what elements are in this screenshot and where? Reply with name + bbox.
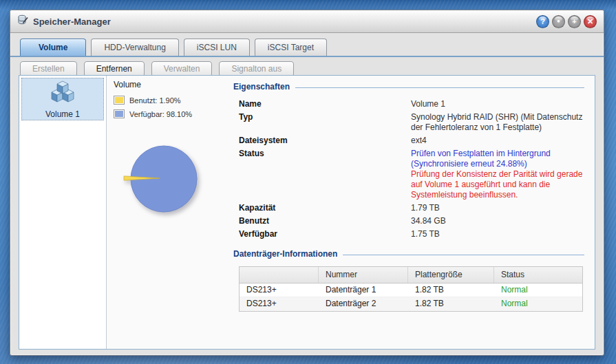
property-row-typ: Typ Synology Hybrid RAID (SHR) (Mit Date… — [239, 112, 586, 133]
maximize-button[interactable]: + — [568, 15, 581, 28]
status-info-text: Prüfen von Festplatten im Hintergrund (S… — [411, 149, 584, 169]
section-title-datentraeger: Datenträger-Informationen — [233, 249, 337, 259]
disk-table-header: Nummer Plattengröße Status — [240, 267, 582, 283]
legend-swatch-used — [114, 96, 125, 105]
status-badge: Normal — [494, 283, 582, 297]
volume-detail-panel: Volume Benutzt: 1.90% Verfügbar: 98.10% — [107, 76, 595, 349]
legend-item-available: Verfügbar: 98.10% — [114, 109, 192, 118]
volume-usage-pie-chart — [114, 139, 213, 225]
property-row-status: Status Prüfen von Festplatten im Hinterg… — [239, 149, 586, 200]
properties-list: Name Volume 1 Typ Synology Hybrid RAID (… — [233, 99, 586, 239]
close-button[interactable]: ✕ — [584, 15, 597, 28]
help-button[interactable]: ? — [536, 15, 549, 28]
table-row[interactable]: DS213+ Datenträger 2 1.82 TB Normal — [240, 297, 582, 311]
desktop: Speicher-Manager ? ● + ✕ Volume HDD-Verw… — [0, 0, 616, 364]
property-row-dateisystem: Dateisystem ext4 — [239, 136, 586, 146]
sidebar-item-volume1[interactable]: Volume 1 — [21, 78, 104, 120]
storage-manager-app-icon — [17, 14, 28, 28]
legend-swatch-available — [114, 109, 125, 118]
legend-item-used: Benutzt: 1.90% — [114, 96, 181, 105]
property-row-name: Name Volume 1 — [239, 99, 586, 109]
window-controls: ? ● + ✕ — [536, 15, 597, 28]
titlebar[interactable]: Speicher-Manager ? ● + ✕ — [10, 10, 604, 33]
property-row-benutzt: Benutzt 34.84 GB — [239, 216, 586, 226]
volume-cubes-icon — [47, 80, 78, 107]
property-row-kapazitaet: Kapazität 1.79 TB — [239, 203, 586, 213]
sidebar-item-label: Volume 1 — [45, 109, 80, 119]
window-title: Speicher-Manager — [33, 17, 111, 27]
property-row-verfuegbar: Verfügbar 1.75 TB — [239, 229, 586, 239]
section-eigenschaften: Eigenschaften — [233, 81, 586, 92]
section-datentraeger-informationen: Datenträger-Informationen — [233, 248, 586, 259]
section-rule — [295, 87, 584, 88]
content-area: Volume 1 Volume Benutzt: 1.90% Verfügbar… — [19, 75, 595, 350]
section-title-eigenschaften: Eigenschaften — [233, 82, 290, 92]
col-header-plattengroesse: Plattengröße — [408, 267, 494, 283]
disk-table: Nummer Plattengröße Status DS213+ Datent… — [239, 266, 583, 312]
col-header-model — [240, 267, 319, 283]
status-warning-text: Prüfung der Konsistenz der Parität wird … — [411, 169, 584, 200]
tab-hdd-verwaltung[interactable]: HDD-Verwaltung — [91, 39, 178, 56]
legend-label-used: Benutzt: 1.90% — [129, 96, 181, 105]
volume-list-sidebar: Volume 1 — [19, 76, 107, 349]
properties-column: Eigenschaften Name Volume 1 Typ Synology… — [233, 81, 586, 312]
legend-label-available: Verfügbar: 98.10% — [129, 110, 192, 118]
storage-manager-window: Speicher-Manager ? ● + ✕ Volume HDD-Verw… — [10, 10, 604, 356]
minimize-button[interactable]: ● — [552, 15, 565, 28]
tabstrip-underline — [10, 56, 604, 57]
status-badge: Normal — [494, 297, 582, 311]
col-header-status: Status — [494, 267, 582, 283]
tab-iscsi-lun[interactable]: iSCSI LUN — [184, 39, 250, 56]
section-rule — [343, 255, 584, 255]
tabstrip: Volume HDD-Verwaltung iSCSI LUN iSCSI Ta… — [20, 38, 327, 56]
table-row[interactable]: DS213+ Datenträger 1 1.82 TB Normal — [240, 283, 582, 297]
tab-volume[interactable]: Volume — [20, 39, 86, 56]
volume-panel-title: Volume — [114, 80, 141, 89]
col-header-nummer: Nummer — [319, 267, 408, 283]
tab-iscsi-target[interactable]: iSCSI Target — [255, 39, 327, 56]
